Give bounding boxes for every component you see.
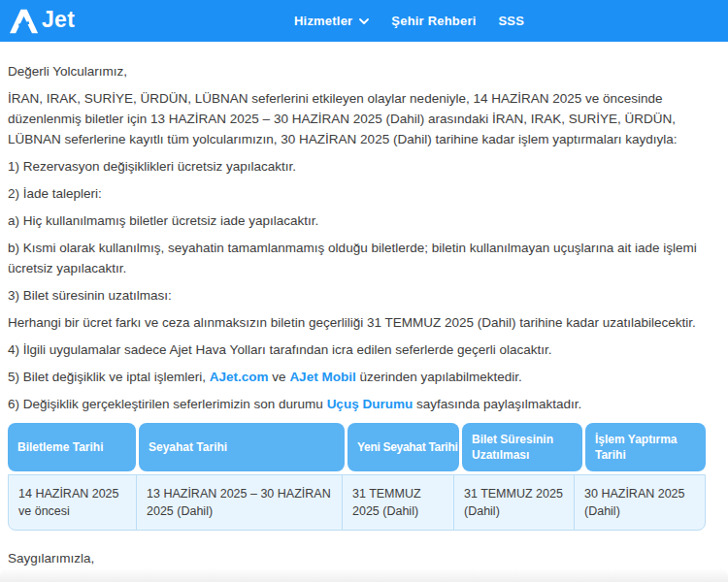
chevron-down-icon bbox=[359, 18, 369, 24]
nav-item-sss[interactable]: SSS bbox=[498, 14, 524, 28]
notice-item-2a: a) Hiç kullanılmamış biletler ücretsiz i… bbox=[8, 210, 716, 231]
ajet-logo[interactable]: Jet bbox=[10, 9, 75, 34]
logo-text: Jet bbox=[42, 9, 75, 31]
announcement-content: Değerli Yolcularımız, İRAN, IRAK, SURİYE… bbox=[0, 42, 728, 568]
notice-item-6-text: sayfasında paylaşılmaktadır. bbox=[413, 397, 581, 411]
intro-paragraph: İRAN, IRAK, SURİYE, ÜRDÜN, LÜBNAN seferl… bbox=[8, 88, 716, 149]
notice-item-3: 3) Bilet süresinin uzatılması: bbox=[8, 285, 716, 306]
notice-item-5: 5) Bilet değişiklik ve iptal işlemleri, … bbox=[8, 367, 716, 387]
notice-item-2b: b) Kısmi olarak kullanılmış, seyahatin t… bbox=[8, 238, 716, 278]
top-nav-bar: Jet Hizmetler Şehir Rehberi SSS bbox=[0, 0, 728, 42]
fare-table-header-row: Biletleme Tarihi Seyahat Tarihi Yeni Sey… bbox=[8, 423, 706, 471]
notice-item-6: 6) Değişiklik gerçekleştirilen seferleri… bbox=[8, 394, 716, 414]
logo-a-icon bbox=[10, 9, 39, 34]
nav-item-label: SSS bbox=[498, 14, 524, 28]
nav-item-label: Şehir Rehberi bbox=[391, 14, 476, 28]
table-cell: 13 HAZİRAN 2025 – 30 HAZİRAN 2025 (Dahil… bbox=[137, 475, 343, 530]
ajetmobil-link[interactable]: AJet Mobil bbox=[289, 370, 355, 384]
table-header-cell: Biletleme Tarihi bbox=[8, 423, 136, 471]
ucus-durumu-link[interactable]: Uçuş Durumu bbox=[327, 397, 414, 411]
nav-item-hizmetler[interactable]: Hizmetler bbox=[294, 14, 369, 28]
table-header-cell: Bilet Süresinin Uzatılması bbox=[462, 423, 582, 471]
greeting-text: Değerli Yolcularımız, bbox=[8, 61, 716, 81]
table-cell: 30 HAZİRAN 2025 (Dahil) bbox=[575, 475, 705, 530]
nav-item-sehir-rehberi[interactable]: Şehir Rehberi bbox=[391, 14, 476, 28]
table-header-cell: İşlem Yaptırma Tarihi bbox=[585, 423, 706, 471]
notice-item-6-text: 6) Değişiklik gerçekleştirilen seferleri… bbox=[8, 397, 327, 411]
table-header-cell: Yeni Seyahat Tarihi bbox=[347, 423, 459, 471]
main-nav: Hizmetler Şehir Rehberi SSS bbox=[294, 0, 524, 42]
notice-item-2: 2) İade talepleri: bbox=[8, 183, 716, 204]
notice-item-1: 1) Rezervasyon değişiklikleri ücretsiz y… bbox=[8, 156, 716, 177]
footer-band bbox=[0, 568, 728, 582]
notice-item-5-text: ve bbox=[269, 370, 290, 384]
notice-item-3-detail: Herhangi bir ücret farkı ve ceza alınmak… bbox=[8, 312, 716, 333]
table-header-cell: Seyahat Tarihi bbox=[139, 423, 345, 471]
table-cell: 31 TEMMUZ 2025 (Dahil) bbox=[454, 475, 575, 530]
fare-table: Biletleme Tarihi Seyahat Tarihi Yeni Sey… bbox=[8, 423, 706, 531]
fare-table-data-row: 14 HAZİRAN 2025 ve öncesi 13 HAZİRAN 202… bbox=[8, 474, 706, 531]
table-cell: 31 TEMMUZ 2025 (Dahil) bbox=[343, 475, 454, 530]
notice-item-5-text: üzerinden yapılabilmektedir. bbox=[356, 370, 522, 384]
notice-item-4: 4) İlgili uygulamalar sadece Ajet Hava Y… bbox=[8, 340, 716, 360]
closing-text: Saygılarımızla, bbox=[8, 548, 716, 568]
ajetcom-link[interactable]: AJet.com bbox=[210, 370, 269, 384]
notice-item-5-text: 5) Bilet değişiklik ve iptal işlemleri, bbox=[8, 370, 210, 384]
nav-item-label: Hizmetler bbox=[294, 14, 352, 28]
table-cell: 14 HAZİRAN 2025 ve öncesi bbox=[9, 475, 137, 530]
